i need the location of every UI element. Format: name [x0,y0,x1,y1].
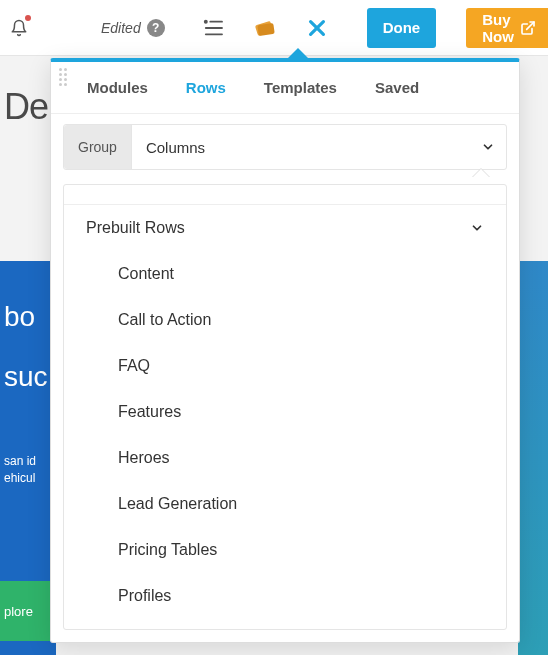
tickets-icon [253,17,277,39]
panel-drag-handle[interactable] [59,68,67,86]
content-panel: Modules Rows Templates Saved Group Colum… [50,58,520,643]
tab-templates[interactable]: Templates [264,79,337,96]
close-icon [306,17,328,39]
segment-columns[interactable]: Columns [132,139,470,156]
rows-dropdown: Prebuilt Rows Content Call to Action FAQ… [63,184,507,630]
toolbar-icons [201,16,329,40]
buy-now-button[interactable]: Buy Now [466,8,548,48]
svg-rect-5 [257,22,274,35]
done-button-label: Done [383,19,421,36]
tickets-tool-button[interactable] [253,16,277,40]
bg-explore-button-fragment[interactable]: plore [0,581,56,641]
row-category-item[interactable]: Features [64,389,506,435]
tab-rows[interactable]: Rows [186,79,226,96]
prebuilt-rows-header[interactable]: Prebuilt Rows [64,205,506,251]
top-toolbar: Edited ? Done Buy Now [0,0,548,56]
svg-line-8 [527,22,534,29]
outline-icon [202,19,224,37]
svg-point-0 [204,20,206,22]
row-category-item[interactable]: Profiles [64,573,506,619]
bg-text-fragment: suc [4,361,52,393]
prebuilt-rows-list: Content Call to Action FAQ Features Hero… [64,251,506,629]
row-category-item[interactable]: Heroes [64,435,506,481]
prebuilt-rows-label: Prebuilt Rows [86,219,185,237]
tab-saved[interactable]: Saved [375,79,419,96]
row-category-item[interactable]: Call to Action [64,297,506,343]
buy-now-label: Buy Now [482,11,514,45]
bg-right-column [518,261,548,655]
chevron-down-icon [481,140,495,154]
row-category-item[interactable]: Lead Generation [64,481,506,527]
edited-status: Edited ? [101,19,165,37]
panel-caret [287,48,309,59]
rows-filter-bar[interactable]: Group Columns [63,124,507,170]
row-category-item[interactable]: Pricing Tables [64,527,506,573]
row-category-item[interactable]: Content [64,251,506,297]
segment-group[interactable]: Group [64,125,132,169]
panel-tabs: Modules Rows Templates Saved [51,62,519,114]
chevron-down-icon [470,221,484,235]
bg-text-fragment: san id ehicul [4,453,52,487]
notifications-button[interactable] [10,17,28,39]
notification-dot [25,15,31,21]
help-icon[interactable]: ? [147,19,165,37]
bg-text-fragment: bo [4,301,52,333]
tab-modules[interactable]: Modules [87,79,148,96]
done-button[interactable]: Done [367,8,437,48]
bell-icon [10,18,28,38]
dropdown-spacer [64,185,506,205]
row-category-item[interactable]: FAQ [64,343,506,389]
close-panel-button[interactable] [305,16,329,40]
edited-label: Edited [101,20,141,36]
outline-tool-button[interactable] [201,16,225,40]
filter-chevron[interactable] [470,140,506,154]
external-link-icon [520,20,536,36]
